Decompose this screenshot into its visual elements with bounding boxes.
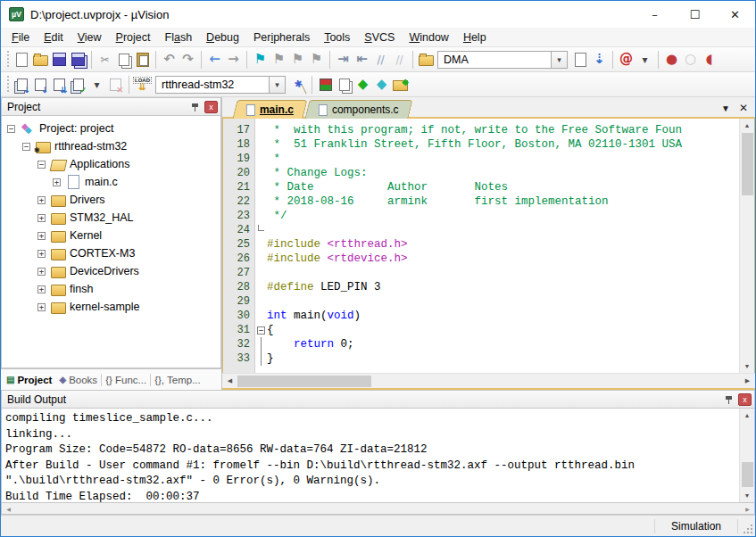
tree-item-project-project[interactable]: −Project: project: [2, 120, 220, 137]
expand-icon[interactable]: +: [37, 250, 46, 258]
navigate-back-icon[interactable]: ←: [205, 50, 224, 70]
expand-icon[interactable]: +: [53, 178, 61, 186]
tab-list-icon[interactable]: ▼: [721, 103, 730, 113]
project-panel-close-icon[interactable]: x: [204, 101, 218, 113]
menu-view[interactable]: View: [71, 29, 109, 45]
collapse-icon[interactable]: −: [37, 161, 46, 169]
code-line[interactable]: #define LED_PIN 3: [267, 280, 739, 294]
rebuild-icon[interactable]: [50, 75, 69, 95]
line-number[interactable]: 24: [223, 223, 254, 237]
panel-tab-temp[interactable]: {}, Temp...: [151, 373, 204, 387]
target-combo-dropdown[interactable]: ▾: [269, 76, 286, 94]
bookmark-prev-icon[interactable]: ⚑: [270, 50, 288, 70]
line-number[interactable]: 25: [223, 237, 254, 252]
tree-item-main-c[interactable]: +main.c: [2, 173, 220, 191]
target-options-icon[interactable]: [289, 75, 308, 95]
editor-fold-column[interactable]: −: [255, 119, 267, 373]
scroll-down-icon[interactable]: ▼: [740, 359, 755, 373]
build-hscrollbar[interactable]: ◀ ▶: [1, 503, 755, 515]
tree-item-applications[interactable]: −Applications: [2, 155, 220, 173]
line-number[interactable]: 30: [223, 309, 254, 323]
line-number[interactable]: 29: [223, 294, 254, 309]
stop-build-icon[interactable]: [106, 75, 125, 95]
code-line[interactable]: */: [267, 209, 739, 223]
manage-rte-icon[interactable]: ◆: [353, 75, 372, 95]
scroll-up-icon[interactable]: ▲: [740, 409, 755, 422]
incremental-find-icon[interactable]: ⇣: [590, 50, 609, 70]
menu-edit[interactable]: Edit: [37, 29, 71, 45]
editor-hscrollbar[interactable]: ◀ ▶: [222, 373, 755, 388]
download-icon[interactable]: [133, 75, 152, 95]
expand-icon[interactable]: +: [37, 196, 46, 204]
tree-item-kernel[interactable]: +Kernel: [2, 227, 220, 244]
line-number[interactable]: 28: [223, 280, 254, 294]
hscroll-thumb[interactable]: [237, 376, 371, 387]
menu-window[interactable]: Window: [402, 29, 455, 45]
kill-breakpoints-icon[interactable]: ◖: [700, 50, 719, 70]
tree-item-finsh[interactable]: +finsh: [2, 280, 220, 298]
pack-installer-icon[interactable]: [391, 75, 410, 95]
tree-item-cortex-m3[interactable]: +CORTEX-M3: [2, 244, 220, 262]
line-number[interactable]: 31: [223, 323, 254, 337]
editor-vscrollbar[interactable]: ▲ ▼: [739, 119, 754, 373]
line-number[interactable]: 33: [223, 351, 254, 366]
expand-icon[interactable]: +: [37, 232, 46, 240]
save-all-icon[interactable]: [69, 50, 87, 70]
toolbar-grip[interactable]: [5, 76, 10, 94]
menu-svcs[interactable]: SVCS: [357, 29, 402, 45]
line-number[interactable]: 21: [223, 180, 254, 194]
search-combo-dropdown[interactable]: ▾: [551, 51, 568, 69]
pin-icon[interactable]: [724, 394, 735, 405]
line-number[interactable]: 20: [223, 166, 254, 180]
comment-icon[interactable]: //: [371, 50, 390, 70]
toolbar-grip[interactable]: [5, 51, 10, 69]
code-line[interactable]: * with this program; if not, write to th…: [267, 123, 739, 137]
menu-tools[interactable]: Tools: [317, 29, 357, 45]
collapse-icon[interactable]: −: [22, 143, 30, 151]
code-line[interactable]: [267, 294, 739, 309]
disable-breakpoint-icon[interactable]: ○: [681, 50, 700, 70]
line-number[interactable]: 17: [223, 123, 254, 137]
build-vscrollbar[interactable]: ▲ ▼: [739, 409, 754, 502]
scroll-right-icon[interactable]: ▶: [740, 374, 755, 389]
build-icon[interactable]: [31, 75, 50, 95]
maximize-button[interactable]: ☐: [675, 1, 715, 28]
line-number[interactable]: 27: [223, 266, 254, 280]
uncomment-icon[interactable]: //: [390, 50, 409, 70]
code-line[interactable]: [267, 223, 739, 237]
code-line[interactable]: [267, 266, 739, 280]
menu-project[interactable]: Project: [109, 29, 158, 45]
vscroll-thumb[interactable]: [742, 462, 753, 487]
bookmark-clear-icon[interactable]: ⚑: [307, 50, 326, 70]
line-number[interactable]: 32: [223, 337, 254, 351]
manage-items-icon[interactable]: [316, 75, 335, 95]
line-number[interactable]: 23: [223, 209, 254, 223]
panel-tab-project[interactable]: ▤Project: [3, 373, 55, 387]
search-combo[interactable]: DMA: [437, 51, 552, 69]
code-line[interactable]: *: [267, 152, 739, 166]
line-number[interactable]: 18: [223, 137, 254, 152]
code-line[interactable]: #include <rtthread.h>: [267, 237, 739, 252]
collapse-icon[interactable]: −: [7, 125, 15, 133]
expand-icon[interactable]: +: [37, 285, 46, 293]
bookmark-toggle-icon[interactable]: ⚑: [251, 50, 270, 70]
panel-tab-books[interactable]: ◈Books: [55, 373, 101, 387]
redo-icon[interactable]: ↷: [179, 50, 197, 70]
scroll-right-icon[interactable]: ▶: [741, 506, 754, 512]
build-output-text[interactable]: compiling timeslice_sample.c...linking..…: [2, 409, 739, 502]
tree-item-drivers[interactable]: +Drivers: [2, 191, 220, 209]
save-icon[interactable]: [50, 50, 69, 70]
code-line[interactable]: int main(void): [267, 309, 739, 323]
minimize-button[interactable]: –: [635, 1, 675, 28]
unindent-icon[interactable]: ⇤: [353, 50, 371, 70]
resize-grip[interactable]: [740, 521, 755, 536]
target-combo[interactable]: rtthread-stm32: [155, 76, 270, 94]
line-number[interactable]: 26: [223, 252, 254, 266]
editor-tab-main-c[interactable]: main.c: [232, 100, 307, 119]
code-line[interactable]: * Change Logs:: [267, 166, 739, 180]
tree-item-rtthread-stm32[interactable]: −rtthread-stm32: [2, 137, 220, 155]
navigate-forward-icon[interactable]: →: [224, 50, 243, 70]
editor-gutter[interactable]: 1718192021222324252627282930313233: [223, 119, 255, 373]
scroll-down-icon[interactable]: ▼: [740, 489, 755, 502]
code-area[interactable]: * with this program; if not, write to th…: [267, 119, 739, 373]
